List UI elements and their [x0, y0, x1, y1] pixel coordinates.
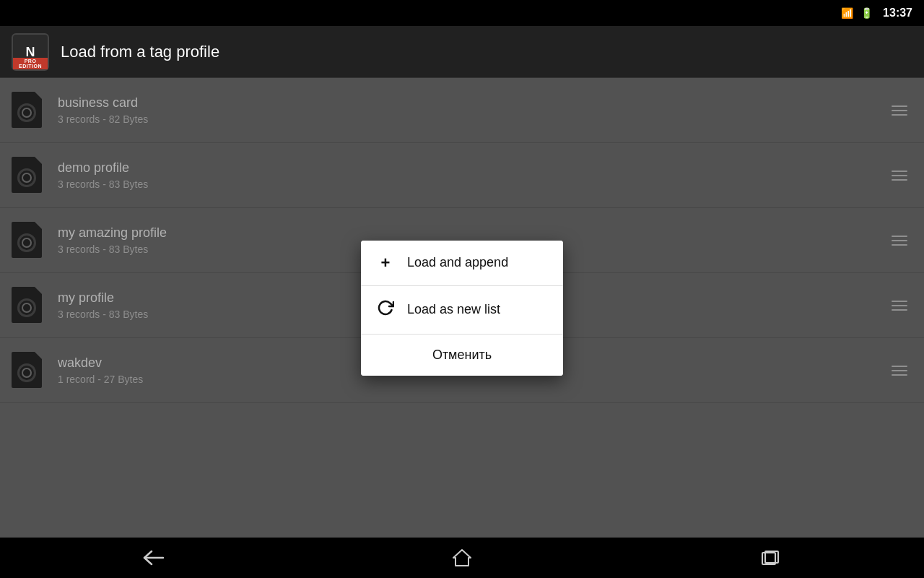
wifi-icon: 📶 [841, 7, 853, 19]
refresh-icon [375, 299, 396, 321]
back-button[interactable] [125, 543, 183, 572]
load-and-append-label: Load and append [407, 255, 508, 270]
load-as-new-list-button[interactable]: Load as new list [361, 286, 563, 335]
app-bar: N PRO EDITION Load from a tag profile [0, 26, 924, 78]
page-title: Load from a tag profile [61, 43, 219, 61]
action-dialog: + Load and append Load as new list Отмен… [361, 241, 563, 376]
pro-badge: PRO EDITION [13, 58, 48, 69]
app-icon: N PRO EDITION [12, 33, 49, 71]
status-bar: 📶 🔋 13:37 [0, 0, 924, 26]
load-and-append-button[interactable]: + Load and append [361, 241, 563, 286]
battery-icon: 🔋 [860, 7, 873, 19]
dialog-overlay[interactable]: + Load and append Load as new list Отмен… [0, 78, 924, 538]
svg-marker-1 [453, 550, 471, 566]
plus-icon: + [375, 254, 396, 272]
cancel-label: Отменить [432, 348, 492, 362]
home-button[interactable] [433, 543, 491, 572]
recents-button[interactable] [741, 543, 799, 572]
nav-bar [0, 538, 924, 578]
time-display: 13:37 [883, 7, 912, 20]
cancel-button[interactable]: Отменить [361, 335, 563, 376]
content-area: business card 3 records - 82 Bytes demo … [0, 78, 924, 538]
app-icon-letter: N [26, 46, 35, 59]
load-as-new-list-label: Load as new list [407, 302, 500, 317]
